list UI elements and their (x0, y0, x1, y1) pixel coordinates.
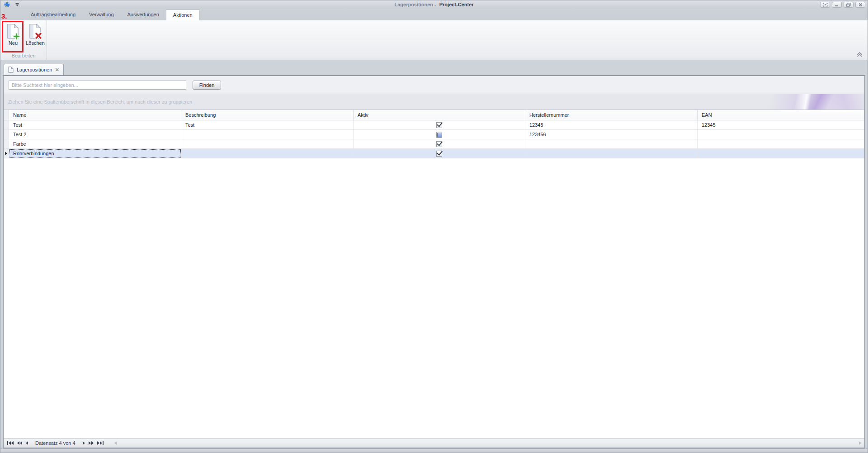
row-selected-arrow-icon (5, 152, 7, 155)
ribbon-tab-row: 3. Auftragsbearbeitung Verwaltung Auswer… (0, 9, 868, 20)
close-button[interactable] (855, 2, 865, 8)
cell-name[interactable]: Farbe (9, 139, 181, 149)
aktiv-checkbox[interactable] (436, 132, 442, 138)
cell-beschreibung[interactable] (181, 139, 354, 149)
app-icon[interactable] (4, 2, 10, 8)
group-by-panel[interactable]: Ziehen Sie eine Spaltenüberschrift in di… (4, 94, 864, 110)
row-indicator-cell (4, 120, 9, 130)
table-row: Test 2 123456 (4, 130, 864, 139)
ribbon-body: Neu Löschen Bearbeiten (0, 20, 868, 60)
scroll-left-button[interactable] (114, 441, 117, 445)
column-header-beschreibung[interactable]: Beschreibung (181, 110, 354, 120)
cell-herstellernummer[interactable]: 123456 (525, 130, 698, 139)
column-header-aktiv[interactable]: Aktiv (354, 110, 525, 120)
cell-aktiv[interactable] (354, 149, 525, 158)
column-header-ean[interactable]: EAN (698, 110, 864, 120)
cell-beschreibung[interactable] (181, 130, 354, 139)
loeschen-button-label: Löschen (26, 40, 45, 46)
prev-record-button[interactable] (26, 441, 28, 445)
aktiv-checkbox[interactable] (436, 141, 442, 147)
title-bar: Lagerpositionen -Project-Center (0, 0, 868, 9)
first-record-button[interactable] (7, 441, 14, 445)
document-tab-lagerpositionen[interactable]: Lagerpositionen (4, 64, 64, 75)
document-tab-strip: Lagerpositionen (0, 60, 868, 75)
row-indicator-cell (4, 139, 9, 149)
qat-customize-icon[interactable] (15, 3, 19, 6)
ribbon-tab-aktionen[interactable]: Aktionen (166, 10, 200, 20)
prev-page-button[interactable] (17, 441, 22, 445)
table-row: Test Test 12345 12345 (4, 120, 864, 130)
document-tab-label: Lagerpositionen (17, 67, 52, 72)
restore-button[interactable] (844, 2, 854, 8)
window-title: Lagerpositionen -Project-Center (394, 2, 473, 7)
cell-aktiv[interactable] (354, 120, 525, 130)
grid-empty-area (4, 158, 864, 438)
cell-herstellernummer[interactable]: 12345 (525, 120, 698, 130)
find-button[interactable]: Finden (193, 81, 221, 90)
record-count-text: Datensatz 4 von 4 (35, 440, 75, 446)
ribbon-group-caption: Bearbeiten (0, 53, 47, 58)
scroll-right-button[interactable] (859, 441, 861, 445)
ribbon-tab-auswertungen[interactable]: Auswertungen (121, 10, 166, 20)
column-header-herstellernummer[interactable]: Herstellernummer (525, 110, 698, 120)
ribbon-collapse-button[interactable] (856, 52, 863, 57)
search-bar: Finden (4, 76, 864, 94)
search-input[interactable] (9, 81, 186, 90)
next-page-button[interactable] (89, 441, 94, 445)
content-panel: Finden Ziehen Sie eine Spaltenüberschrif… (3, 75, 865, 448)
cell-ean[interactable] (698, 130, 864, 139)
minimize-button[interactable] (832, 2, 842, 8)
group-by-hint: Ziehen Sie eine Spaltenüberschrift in di… (8, 99, 192, 105)
document-delete-icon (28, 24, 43, 40)
cell-ean[interactable] (698, 139, 864, 149)
ribbon-group-bearbeiten: Neu Löschen Bearbeiten (0, 20, 47, 60)
window-title-document: Lagerpositionen - (394, 2, 436, 7)
document-icon (8, 67, 14, 73)
group-by-decoration (760, 94, 864, 110)
aktiv-checkbox[interactable] (436, 122, 442, 128)
quick-access-toolbar (0, 2, 394, 8)
cell-herstellernummer[interactable] (525, 149, 698, 158)
ribbon-tab-verwaltung[interactable]: Verwaltung (82, 10, 120, 20)
cell-name[interactable]: Test (9, 120, 181, 130)
row-indicator-header (4, 110, 9, 120)
row-indicator-cell (4, 130, 9, 139)
window-controls (820, 2, 868, 8)
aktiv-checkbox[interactable] (436, 151, 442, 157)
chevron-up-icon (856, 52, 863, 57)
document-add-icon (5, 24, 21, 40)
cell-ean[interactable]: 12345 (698, 120, 864, 130)
cell-beschreibung[interactable]: Test (181, 120, 354, 130)
neu-button-label: Neu (9, 40, 18, 46)
cell-name[interactable]: Test 2 (9, 130, 181, 139)
cell-aktiv[interactable] (354, 130, 525, 139)
tab-close-icon[interactable] (55, 67, 59, 72)
row-indicator-cell (4, 149, 9, 158)
table-row: Farbe (4, 139, 864, 149)
table-row: Rohrverbindungen (4, 149, 864, 158)
cell-aktiv[interactable] (354, 139, 525, 149)
neu-button[interactable]: Neu (3, 22, 23, 50)
annotation-step-label: 3. (1, 12, 7, 20)
ribbon-tab-auftragsbearbeitung[interactable]: Auftragsbearbeitung (24, 10, 82, 20)
loeschen-button[interactable]: Löschen (25, 22, 45, 50)
record-navigator: Datensatz 4 von 4 (4, 438, 864, 448)
column-header-name[interactable]: Name (9, 110, 181, 120)
window-bottom-edge (0, 448, 868, 453)
grid-header-row: Name Beschreibung Aktiv Herstellernummer… (4, 110, 864, 120)
cell-name[interactable]: Rohrverbindungen (9, 149, 181, 158)
ribbon-buttons: Neu Löschen (0, 20, 47, 50)
cell-herstellernummer[interactable] (525, 139, 698, 149)
cell-ean[interactable] (698, 149, 864, 158)
fit-to-screen-button[interactable] (820, 2, 830, 8)
last-record-button[interactable] (97, 441, 104, 445)
next-record-button[interactable] (83, 441, 85, 445)
cell-beschreibung[interactable] (181, 149, 354, 158)
window-title-app: Project-Center (439, 2, 474, 7)
app-window: Lagerpositionen -Project-Center (0, 0, 868, 453)
